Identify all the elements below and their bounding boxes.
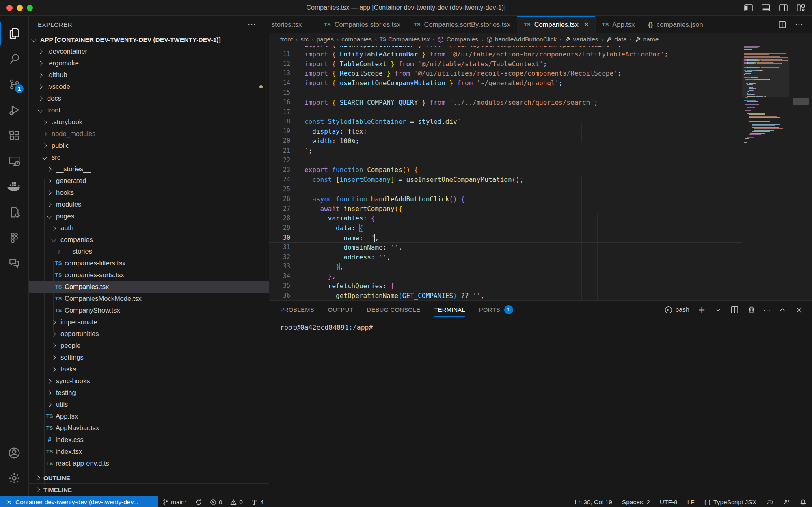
activity-explorer-icon[interactable] [0, 22, 28, 45]
activity-source-control-icon[interactable]: 1 [0, 73, 28, 96]
code-line-19[interactable]: 19 display: flex; [269, 127, 742, 136]
scrollbar-thumb[interactable] [793, 98, 809, 105]
code-line-26[interactable]: 26 async function handleAddButtonClick()… [269, 194, 742, 204]
breadcrumb-item-pages[interactable]: pages [317, 36, 334, 43]
tree-folder-auth[interactable]: auth [29, 222, 269, 234]
tab-companies-json[interactable]: {}companies.json [641, 16, 710, 33]
status-language-mode[interactable]: { }TypeScript JSX [704, 498, 756, 506]
tree-folder-src[interactable]: src [29, 151, 269, 163]
close-panel-icon[interactable] [795, 305, 804, 315]
tab-Companies-tsx[interactable]: TSCompanies.tsx× [517, 16, 596, 33]
breadcrumb-item-name[interactable]: name [635, 36, 659, 43]
tree-folder--devcontainer[interactable]: .devcontainer [29, 45, 269, 57]
status-error[interactable]: 0 [210, 498, 222, 506]
code-line-13[interactable]: 13import { RecoilScope } from '@/ui/util… [269, 69, 742, 78]
tree-file-App-tsx[interactable]: TSApp.tsx [29, 410, 269, 422]
activity-accounts-icon[interactable] [0, 441, 28, 465]
code-line-21[interactable]: 21`; [269, 146, 742, 156]
code-line-28[interactable]: 28 variables: { [269, 214, 742, 223]
kill-terminal-icon[interactable] [747, 305, 756, 314]
status-warning[interactable]: 0 [230, 498, 243, 506]
minimap-slider[interactable] [742, 58, 789, 97]
breadcrumb-item-companies[interactable]: companies [341, 36, 372, 43]
status-branch[interactable]: main* [162, 498, 187, 506]
tree-folder-opportunities[interactable]: opportunities [29, 328, 269, 340]
tree-folder-companies[interactable]: companies [29, 234, 269, 246]
code-line-30[interactable]: 30 name: '', [269, 233, 742, 243]
breadcrumb-item-data[interactable]: data [606, 36, 626, 43]
tree-folder-front[interactable]: front [29, 104, 269, 116]
customize-layout-icon[interactable] [795, 2, 806, 13]
tree-folder--stories-[interactable]: __stories__ [29, 246, 269, 257]
close-tab-icon[interactable]: × [585, 20, 589, 28]
code-line-31[interactable]: 31 domainName: '', [269, 243, 742, 252]
code-line-34[interactable]: 34 }, [269, 272, 742, 281]
tree-folder-utils[interactable]: utils [29, 399, 269, 410]
code-line-36[interactable]: 36 getOperationName(GET_COMPANIES) ?? ''… [269, 291, 742, 300]
tree-folder--stories-[interactable]: __stories__ [29, 163, 269, 175]
code-line-14[interactable]: 14import { useInsertOneCompanyMutation }… [269, 78, 742, 88]
views-more-actions-icon[interactable]: ⋯ [248, 19, 256, 29]
outline-section[interactable]: OUTLINE [29, 472, 269, 483]
code-line-32[interactable]: 32 address: '', [269, 252, 742, 262]
code-line-20[interactable]: 20 width: 100%; [269, 136, 742, 146]
tree-folder-modules[interactable]: modules [29, 198, 269, 210]
breadcrumb-item-variables[interactable]: variables [564, 36, 598, 43]
status-sync[interactable] [195, 499, 202, 505]
toggle-panel-icon[interactable] [760, 2, 771, 13]
remote-indicator[interactable]: Container dev-twenty-dev (dev-twenty-dev… [0, 496, 158, 507]
breadcrumb-item-handleAddButtonClick[interactable]: handleAddButtonClick [486, 36, 557, 43]
panel-tab-problems[interactable]: PROBLEMS [280, 301, 314, 319]
tree-file-companies-sorts-tsx[interactable]: TScompanies-sorts.tsx [29, 269, 269, 281]
code-line-18[interactable]: 18const StyledTableContainer = styled.di… [269, 117, 742, 127]
tree-folder-settings[interactable]: settings [29, 352, 269, 363]
code-line-22[interactable]: 22 [269, 156, 742, 166]
tree-file-AppNavbar-tsx[interactable]: TSAppNavbar.tsx [29, 422, 269, 434]
code-line-24[interactable]: 24 const [insertCompany] = useInsertOneC… [269, 175, 742, 185]
tab-App-tsx[interactable]: TSApp.tsx [596, 16, 642, 33]
tree-folder-people[interactable]: people [29, 340, 269, 352]
activity-settings-icon[interactable] [0, 466, 28, 490]
editor-scrollbar[interactable] [789, 46, 812, 300]
code-line-12[interactable]: 12import { TableContext } from '@/ui/tab… [269, 59, 742, 69]
timeline-section[interactable]: TIMELINE [29, 483, 269, 495]
code-editor[interactable]: 10import { WithTopBarContainer } from '@… [269, 46, 812, 300]
split-terminal-icon[interactable] [730, 305, 739, 315]
tree-file-CompanyShow-tsx[interactable]: TSCompanyShow.tsx [29, 304, 269, 316]
new-terminal-icon[interactable] [697, 305, 706, 315]
activity-comments-icon[interactable] [0, 252, 28, 275]
tree-folder--ergomake[interactable]: .ergomake [29, 57, 269, 69]
tree-folder-tasks[interactable]: tasks [29, 363, 269, 375]
tree-file-index-tsx[interactable]: TSindex.tsx [29, 446, 269, 457]
tree-folder-generated[interactable]: generated [29, 175, 269, 187]
status-encoding[interactable]: UTF-8 [660, 498, 678, 506]
tree-folder-pages[interactable]: pages [29, 210, 269, 222]
status-notifications[interactable] [800, 499, 806, 505]
breadcrumb-item-Companies-tsx[interactable]: TSCompanies.tsx [380, 36, 430, 43]
panel-tab-ports[interactable]: PORTS1 [479, 301, 513, 319]
code-line-11[interactable]: 11import { EntityTableActionBar } from '… [269, 50, 742, 59]
panel-tab-terminal[interactable]: TERMINAL [434, 301, 466, 319]
code-line-15[interactable]: 15 [269, 88, 742, 98]
code-line-33[interactable]: 33 }, [269, 262, 742, 272]
tree-file-CompaniesMockMode-tsx[interactable]: TSCompaniesMockMode.tsx [29, 293, 269, 304]
code-line-27[interactable]: 27 await insertCompany({ [269, 204, 742, 214]
breadcrumb-item-front[interactable]: front [280, 36, 293, 43]
status-cursor-position[interactable]: Ln 30, Col 19 [575, 498, 612, 506]
activity-extensions-icon[interactable] [0, 124, 28, 147]
tree-folder-docs[interactable]: docs [29, 93, 269, 104]
workspace-section-header[interactable]: APP [CONTAINER DEV-TWENTY-DEV (DEV-TWENT… [29, 34, 269, 45]
code-line-29[interactable]: 29 data: { [269, 223, 742, 233]
tree-file-companies-filters-tsx[interactable]: TScompanies-filters.tsx [29, 257, 269, 269]
tree-folder--github[interactable]: .github [29, 69, 269, 81]
tree-folder-hooks[interactable]: hooks [29, 187, 269, 198]
shell-selector[interactable]: bash [664, 306, 689, 314]
code-line-35[interactable]: 35 refetchQueries: [ [269, 281, 742, 291]
tree-folder--storybook[interactable]: .storybook [29, 116, 269, 128]
editor-more-actions-icon[interactable]: ⋯ [795, 19, 803, 29]
toggle-secondary-sidebar-icon[interactable] [778, 2, 789, 13]
status-eol[interactable]: LF [687, 498, 695, 506]
activity-dev-container-config-icon[interactable] [0, 201, 28, 224]
tree-file-react-app-env-d-ts[interactable]: TSreact-app-env.d.ts [29, 457, 269, 469]
status-feedback[interactable] [783, 499, 790, 505]
